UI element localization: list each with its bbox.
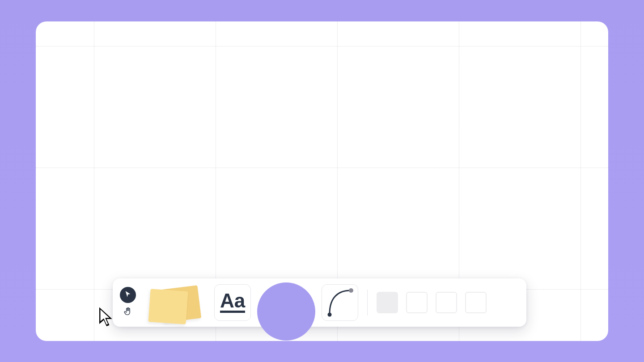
color-swatch[interactable] bbox=[406, 292, 428, 313]
toolbar: Aa bbox=[113, 278, 526, 327]
hand-tool[interactable] bbox=[122, 306, 134, 318]
color-swatch[interactable] bbox=[377, 292, 398, 313]
ellipse-icon bbox=[257, 282, 315, 341]
connector-tool[interactable] bbox=[322, 284, 358, 321]
color-swatch[interactable] bbox=[436, 292, 457, 313]
cursor-icon bbox=[124, 290, 131, 299]
sticky-note-icon bbox=[148, 289, 188, 324]
mouse-cursor-icon bbox=[97, 306, 114, 330]
hand-icon bbox=[123, 307, 132, 317]
svg-point-0 bbox=[349, 288, 353, 293]
shape-tool[interactable] bbox=[257, 282, 315, 323]
svg-point-1 bbox=[328, 312, 332, 316]
text-icon: Aa bbox=[220, 292, 245, 313]
toolbar-divider bbox=[367, 290, 368, 316]
selection-tools bbox=[119, 287, 137, 318]
connector-icon bbox=[324, 286, 356, 319]
color-swatch[interactable] bbox=[465, 292, 487, 313]
whiteboard-canvas[interactable]: Aa bbox=[36, 21, 608, 341]
text-tool[interactable]: Aa bbox=[214, 284, 251, 321]
sticky-note-tool[interactable] bbox=[143, 285, 208, 320]
select-tool[interactable] bbox=[120, 287, 136, 303]
color-swatches bbox=[377, 292, 487, 313]
